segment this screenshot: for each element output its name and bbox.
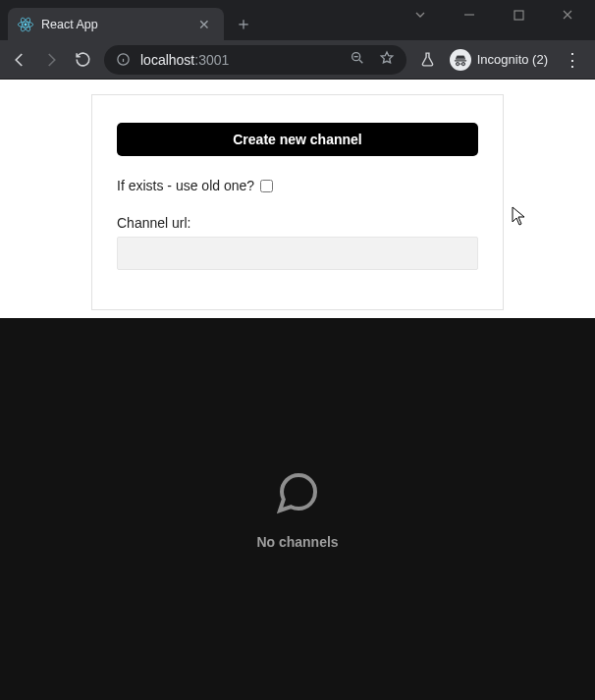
if-exists-label: If exists - use old one? bbox=[117, 178, 254, 193]
address-bar[interactable]: localhost:3001 bbox=[104, 45, 406, 75]
back-button[interactable] bbox=[10, 50, 29, 70]
zoom-icon[interactable] bbox=[350, 50, 365, 69]
reload-button[interactable] bbox=[73, 50, 92, 70]
browser-menu-button[interactable]: ⋮ bbox=[560, 49, 585, 71]
browser-toolbar: localhost:3001 Incognito (2) ⋮ bbox=[0, 40, 595, 80]
chat-area: No channels bbox=[0, 318, 595, 700]
tab-title: React App bbox=[41, 18, 98, 31]
incognito-label: Incognito (2) bbox=[477, 52, 548, 67]
forward-button bbox=[41, 50, 61, 70]
create-channel-panel: Create new channel If exists - use old o… bbox=[91, 94, 504, 310]
no-channels-placeholder: No channels bbox=[256, 469, 338, 550]
window-close-icon[interactable] bbox=[546, 0, 589, 29]
panel-area: Create new channel If exists - use old o… bbox=[0, 80, 595, 318]
site-info-icon[interactable] bbox=[116, 52, 131, 67]
window-controls bbox=[393, 0, 595, 29]
incognito-icon bbox=[450, 49, 471, 71]
svg-point-13 bbox=[461, 62, 464, 65]
react-logo-icon bbox=[18, 17, 33, 32]
create-channel-button[interactable]: Create new channel bbox=[117, 123, 478, 156]
svg-point-0 bbox=[25, 23, 27, 26]
page-viewport: Create new channel If exists - use old o… bbox=[0, 80, 595, 700]
channel-url-label: Channel url: bbox=[117, 215, 478, 231]
window-maximize-icon[interactable] bbox=[497, 0, 540, 29]
svg-rect-5 bbox=[514, 11, 523, 20]
url-host: localhost:3001 bbox=[140, 52, 229, 68]
chat-bubble-icon bbox=[274, 469, 321, 520]
window-dropdown-icon[interactable] bbox=[399, 0, 442, 29]
incognito-indicator[interactable]: Incognito (2) bbox=[450, 49, 548, 71]
bookmark-star-icon[interactable] bbox=[379, 50, 395, 69]
labs-icon[interactable] bbox=[418, 50, 438, 70]
window-titlebar: React App ✕ ＋ bbox=[0, 0, 595, 40]
if-exists-checkbox[interactable] bbox=[260, 180, 273, 192]
new-tab-button[interactable]: ＋ bbox=[230, 10, 257, 37]
browser-tab[interactable]: React App ✕ bbox=[8, 8, 224, 40]
no-channels-label: No channels bbox=[256, 534, 338, 550]
svg-line-10 bbox=[359, 60, 362, 63]
channel-url-input[interactable] bbox=[117, 237, 478, 270]
close-tab-icon[interactable]: ✕ bbox=[196, 17, 212, 32]
window-minimize-icon[interactable] bbox=[448, 0, 491, 29]
svg-point-12 bbox=[456, 62, 459, 65]
